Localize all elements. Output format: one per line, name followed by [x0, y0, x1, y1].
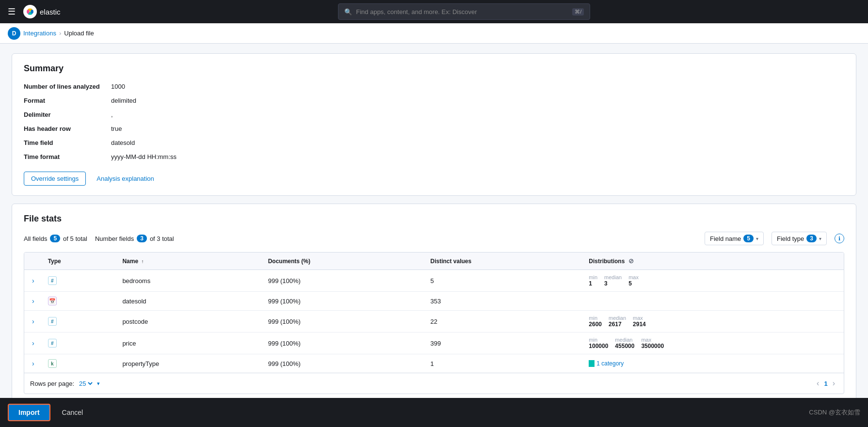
- type-icon-keyword: k: [48, 359, 57, 368]
- field-name-cell: price: [116, 332, 262, 354]
- keyboard-shortcut: ⌘/: [572, 8, 584, 16]
- breadcrumb-separator: ›: [59, 30, 61, 37]
- distributions-cell: [583, 292, 844, 311]
- field-name-cell: postcode: [116, 311, 262, 332]
- type-icon-number: #: [48, 317, 57, 326]
- global-search[interactable]: 🔍 ⌘/: [338, 3, 590, 20]
- header-row-label: Has header row: [24, 124, 111, 134]
- type-icon-number: #: [48, 339, 57, 348]
- table-row: ›#postcode999 (100%)22 min 2600 median 2…: [24, 311, 844, 332]
- format-label: Format: [24, 95, 111, 106]
- docs-cell: 999 (100%): [262, 311, 425, 332]
- summary-buttons: Override settings Analysis explanation: [24, 172, 844, 186]
- dist-median: median 2617: [609, 315, 626, 328]
- time-format-value: yyyy-MM-dd HH:mm:ss: [111, 152, 844, 162]
- format-value: delimited: [111, 95, 844, 106]
- breadcrumb-integrations[interactable]: Integrations: [23, 30, 56, 37]
- info-icon[interactable]: ℹ: [835, 234, 844, 243]
- summary-card: Summary Number of lines analyzed 1000 Fo…: [12, 53, 856, 196]
- rows-per-page-select[interactable]: 25 10 50: [77, 380, 94, 388]
- dist-median: median 455000: [615, 337, 634, 349]
- number-fields-total: of 3 total: [150, 235, 174, 242]
- dist-min: min 1: [589, 274, 597, 287]
- avatar: D: [8, 27, 20, 40]
- all-fields-badge: 5: [50, 235, 60, 242]
- number-fields-badge: 3: [137, 235, 147, 242]
- distinct-cell: 5: [424, 270, 583, 292]
- bottom-bar: Import Cancel CSDN @玄衣如雪: [0, 398, 868, 427]
- field-name-count: 5: [743, 235, 754, 242]
- row-expand-button[interactable]: ›: [30, 359, 36, 368]
- fields-table-wrapper: Type Name ↑ Documents (%) Distinct value…: [24, 252, 844, 394]
- all-fields-label: All fields: [24, 235, 47, 242]
- dist-median: median 3: [604, 274, 622, 287]
- distinct-cell: 1: [424, 354, 583, 373]
- breadcrumb-bar: D Integrations › Upload file: [0, 23, 868, 44]
- table-row: ›kpropertyType999 (100%)1 1 category: [24, 354, 844, 373]
- docs-cell: 999 (100%): [262, 354, 425, 373]
- search-icon: 🔍: [344, 8, 352, 16]
- th-expand: [24, 253, 42, 270]
- th-type: Type: [42, 253, 117, 270]
- prev-page-button[interactable]: ‹: [814, 378, 822, 389]
- distinct-cell: 22: [424, 311, 583, 332]
- distributions-cell: min 2600 median 2617 max 2914: [583, 311, 844, 332]
- distinct-cell: 399: [424, 332, 583, 354]
- chevron-down-icon-2: ▾: [819, 236, 821, 241]
- th-documents: Documents (%): [262, 253, 425, 270]
- file-stats-card: File stats All fields 5 of 5 total Numbe…: [12, 204, 856, 398]
- docs-cell: 999 (100%): [262, 292, 425, 311]
- breadcrumb-current: Upload file: [64, 30, 94, 37]
- page-navigation: ‹ 1 ›: [814, 378, 838, 389]
- analysis-explanation-button[interactable]: Analysis explanation: [90, 172, 161, 185]
- chevron-down-icon-3: ▾: [97, 380, 100, 387]
- dist-stats: min 2600 median 2617 max 2914: [589, 315, 838, 328]
- pagination-row: Rows per page: 25 10 50 ▾ ‹ 1 ›: [24, 373, 844, 394]
- row-expand-button[interactable]: ›: [30, 276, 36, 285]
- time-field-label: Time field: [24, 138, 111, 148]
- summary-grid: Number of lines analyzed 1000 Format del…: [24, 81, 844, 162]
- type-icon-date: 📅: [48, 297, 57, 305]
- summary-title: Summary: [24, 63, 844, 74]
- field-type-filter[interactable]: Field type 3 ▾: [772, 232, 827, 245]
- elastic-logo: elastic: [23, 5, 61, 18]
- category-dist: 1 category: [589, 360, 838, 367]
- svg-point-3: [27, 10, 30, 14]
- th-name: Name ↑: [116, 253, 262, 270]
- dist-min: min 2600: [589, 315, 602, 328]
- field-name-cell: datesold: [116, 292, 262, 311]
- number-fields-section: Number fields 3 of 3 total: [95, 235, 174, 242]
- dist-stats: min 1 median 3 max 5: [589, 274, 838, 287]
- th-distributions: Distributions ⊘: [583, 253, 844, 270]
- cancel-button[interactable]: Cancel: [56, 405, 89, 420]
- stats-header: All fields 5 of 5 total Number fields 3 …: [24, 232, 844, 245]
- search-input[interactable]: [356, 8, 568, 16]
- delimiter-value: ,: [111, 110, 844, 120]
- dist-min: min 100000: [589, 337, 608, 349]
- number-fields-label: Number fields: [95, 235, 134, 242]
- dist-max: max 2914: [633, 315, 646, 328]
- row-expand-button[interactable]: ›: [30, 316, 36, 326]
- watermark: CSDN @玄衣如雪: [809, 408, 860, 417]
- current-page: 1: [824, 380, 827, 387]
- table-header-row: Type Name ↑ Documents (%) Distinct value…: [24, 253, 844, 270]
- all-fields-section: All fields 5 of 5 total: [24, 235, 87, 242]
- import-button[interactable]: Import: [8, 404, 50, 421]
- all-fields-total: of 5 total: [63, 235, 87, 242]
- fields-table: Type Name ↑ Documents (%) Distinct value…: [24, 253, 844, 373]
- sort-icon: ↑: [141, 259, 144, 264]
- row-expand-button[interactable]: ›: [30, 296, 36, 306]
- field-name-filter[interactable]: Field name 5 ▾: [705, 232, 764, 245]
- override-settings-button[interactable]: Override settings: [24, 172, 86, 186]
- svg-point-4: [31, 10, 33, 14]
- row-expand-button[interactable]: ›: [30, 338, 36, 348]
- next-page-button[interactable]: ›: [830, 378, 838, 389]
- field-name-cell: propertyType: [116, 354, 262, 373]
- distributions-cell: min 100000 median 455000 max 3500000: [583, 332, 844, 354]
- field-name-label: Field name: [710, 235, 741, 242]
- field-type-count: 3: [806, 235, 817, 242]
- hamburger-menu-icon[interactable]: ☰: [6, 4, 17, 19]
- time-format-label: Time format: [24, 152, 111, 162]
- category-label: 1 category: [596, 360, 624, 367]
- elastic-logo-icon: [23, 5, 37, 18]
